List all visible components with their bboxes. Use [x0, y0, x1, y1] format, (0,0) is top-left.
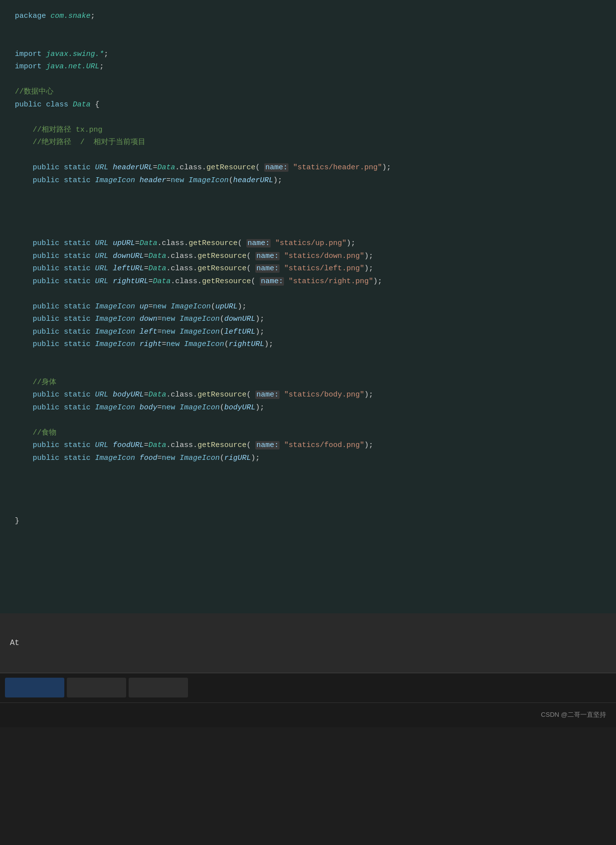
code-line: public class Data { — [15, 99, 601, 111]
code-line: public static ImageIcon up=new ImageIcon… — [15, 300, 601, 313]
code-line — [15, 565, 601, 578]
taskbar-item-2[interactable] — [67, 678, 126, 697]
code-line: public static URL leftURL=Data.class.get… — [15, 262, 601, 275]
code-line — [15, 528, 601, 541]
code-line — [15, 363, 601, 376]
csdn-watermark: CSDN @二哥一直坚持 — [541, 710, 606, 719]
code-line: public static ImageIcon header=new Image… — [15, 174, 601, 187]
code-line — [15, 414, 601, 427]
code-line — [15, 351, 601, 364]
code-line — [15, 490, 601, 502]
code-line: public static URL upURL=Data.class.getRe… — [15, 237, 601, 250]
code-line: public static ImageIcon body=new ImageIc… — [15, 401, 601, 414]
code-line — [15, 35, 601, 48]
code-line — [15, 464, 601, 477]
code-line: //绝对路径 / 相对于当前项目 — [15, 136, 601, 149]
code-line — [15, 23, 601, 36]
code-line — [15, 212, 601, 225]
code-line: public static URL headerURL=Data.class.g… — [15, 161, 601, 174]
code-line — [15, 477, 601, 490]
code-line — [15, 149, 601, 162]
at-text: At — [10, 639, 19, 647]
bottom-bar: CSDN @二哥一直坚持 — [0, 702, 616, 727]
code-line: public static ImageIcon food=new ImageIc… — [15, 452, 601, 465]
code-line — [15, 225, 601, 238]
code-line: public static URL rightURL=Data.class.ge… — [15, 275, 601, 288]
taskbar-item-3[interactable] — [129, 678, 188, 697]
code-line: public static URL downURL=Data.class.get… — [15, 250, 601, 263]
code-line — [15, 591, 601, 603]
taskbar-item-1[interactable] — [5, 678, 64, 697]
code-line: public static URL foodURL=Data.class.get… — [15, 439, 601, 452]
code-line: //数据中心 — [15, 86, 601, 99]
code-line: //相对路径 tx.png — [15, 124, 601, 137]
code-line — [15, 578, 601, 591]
code-line: public static ImageIcon right=new ImageI… — [15, 338, 601, 351]
code-line: import javax.swing.*; — [15, 48, 601, 61]
taskbar-section — [0, 673, 616, 702]
code-line — [15, 288, 601, 300]
code-line — [15, 540, 601, 553]
code-line: //食物 — [15, 427, 601, 440]
code-editor: package com.snake; import javax.swing.*;… — [0, 0, 616, 613]
code-line: public static ImageIcon down=new ImageIc… — [15, 313, 601, 326]
middle-section: At — [0, 613, 616, 673]
code-line — [15, 187, 601, 199]
code-line: //身体 — [15, 376, 601, 389]
code-line — [15, 199, 601, 212]
code-line: } — [15, 515, 601, 528]
code-line — [15, 111, 601, 124]
code-line: package com.snake; — [15, 10, 601, 23]
code-line: public static ImageIcon left=new ImageIc… — [15, 326, 601, 339]
code-line — [15, 73, 601, 86]
code-line: import java.net.URL; — [15, 60, 601, 73]
code-line — [15, 553, 601, 566]
code-line — [15, 502, 601, 515]
code-line: public static URL bodyURL=Data.class.get… — [15, 389, 601, 401]
